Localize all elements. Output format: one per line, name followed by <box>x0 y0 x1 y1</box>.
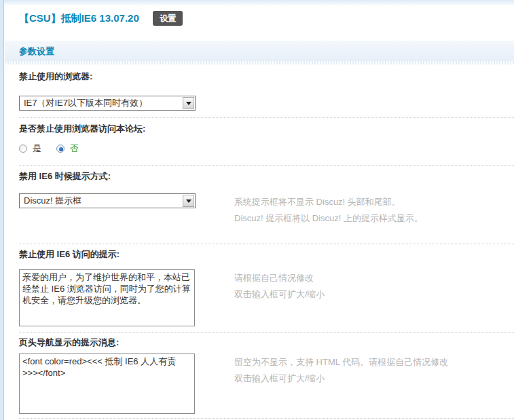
ie6-message-textarea[interactable]: 亲爱的用户，为了维护世界的和平，本站已经禁止 IE6 浏览器访问，同时为了您的计… <box>19 269 195 326</box>
plugin-settings-panel: 【CSU】抵制IE6 13.07.20 设置 参数设置 禁止使用的浏览器: IE… <box>5 0 514 420</box>
select-value: IE7（对IE7以下版本同时有效） <box>20 96 195 110</box>
nav-message-textarea[interactable]: <font color=red><<< 抵制 IE6 人人有责 >>></fon… <box>19 354 195 414</box>
section-bar: 参数设置 <box>5 41 514 61</box>
radio-no[interactable] <box>56 145 65 153</box>
radio-group: 是 否 <box>19 142 514 155</box>
chevron-down-icon <box>186 102 191 105</box>
field-banned-browser: 禁止使用的浏览器: IE7（对IE7以下版本同时有效） <box>19 64 514 118</box>
header: 【CSU】抵制IE6 13.07.20 设置 <box>5 0 514 26</box>
dropdown-button[interactable] <box>183 195 194 207</box>
hint-line: 请根据自己情况修改 <box>234 270 514 286</box>
hint-line: Discuz! 提示框将以 Discuz! 上的提示样式显示。 <box>234 210 514 227</box>
page-title: 【CSU】抵制IE6 13.07.20 <box>19 11 139 26</box>
prompt-style-select[interactable]: Discuz! 提示框 <box>19 193 196 208</box>
field-label: 是否禁止使用浏览器访问本论坛: <box>19 123 514 134</box>
select-value: Discuz! 提示框 <box>20 194 195 208</box>
field-label: 禁用 IE6 时候提示方式: <box>19 171 514 182</box>
hint-line: 双击输入框可扩大/缩小 <box>234 286 514 303</box>
field-label: 禁止使用的浏览器: <box>19 71 514 82</box>
field-prompt-style: 禁用 IE6 时候提示方式: Discuz! 提示框 系统提示框将不显示 Dis… <box>19 166 514 244</box>
hint-line: 双击输入框可扩大/缩小 <box>234 370 514 387</box>
field-label: 页头导航显示的提示消息: <box>19 337 514 348</box>
radio-yes-label[interactable]: 是 <box>33 142 41 155</box>
hint-line: 系统提示框将不显示 Discuz! 头部和尾部。 <box>234 194 514 210</box>
left-edge-strip <box>0 0 4 420</box>
hint-line: 留空为不显示，支持 HTML 代码。请根据自己情况修改 <box>234 354 514 370</box>
field-nav-message: 页头导航显示的提示消息: <font color=red><<< 抵制 IE6 … <box>19 333 514 419</box>
field-ie6-message: 禁止使用 IE6 访问的提示: 亲爱的用户，为了维护世界的和平，本站已经禁止 I… <box>19 244 514 333</box>
field-forbid-access: 是否禁止使用浏览器访问本论坛: 是 否 <box>19 118 514 166</box>
banned-browser-select[interactable]: IE7（对IE7以下版本同时有效） <box>19 96 196 111</box>
field-hints: 留空为不显示，支持 HTML 代码。请根据自己情况修改 双击输入框可扩大/缩小 <box>234 354 514 387</box>
radio-no-label[interactable]: 否 <box>70 142 79 155</box>
chevron-down-icon <box>186 199 191 203</box>
field-label: 禁止使用 IE6 访问的提示: <box>19 249 514 260</box>
radio-yes[interactable] <box>19 145 27 153</box>
field-hints: 请根据自己情况修改 双击输入框可扩大/缩小 <box>234 269 514 303</box>
dropdown-button[interactable] <box>183 97 194 109</box>
field-hints: 系统提示框将不显示 Discuz! 头部和尾部。 Discuz! 提示框将以 D… <box>234 193 514 227</box>
settings-button[interactable]: 设置 <box>153 11 183 26</box>
section-title: 参数设置 <box>19 46 54 56</box>
